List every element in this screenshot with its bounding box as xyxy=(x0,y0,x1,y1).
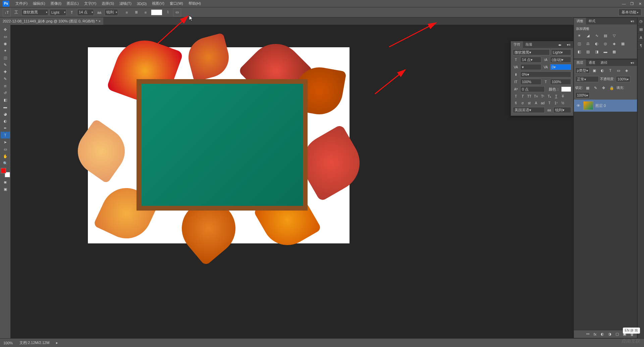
antialias-select[interactable]: 锐利▾ xyxy=(105,9,118,16)
document-tab[interactable]: 2022-12-08_111449_副本.png @ 100% (图层 0, R… xyxy=(0,17,103,25)
filter-pixel-icon[interactable]: ▣ xyxy=(591,67,598,73)
align-center-icon[interactable]: ≣ xyxy=(132,8,140,16)
zoom-tool[interactable]: 🔍 xyxy=(1,160,10,167)
lock-image-icon[interactable]: ✎ xyxy=(592,85,599,91)
small-caps[interactable]: Tᴛ xyxy=(533,94,539,99)
invert-icon[interactable]: ◧ xyxy=(576,49,583,55)
blur-tool[interactable]: ◕ xyxy=(1,111,10,117)
visibility-eye-icon[interactable]: 👁 xyxy=(575,104,581,108)
align-left-icon[interactable]: ≡ xyxy=(123,8,131,16)
tab-character[interactable]: 字符 xyxy=(511,41,523,48)
filter-type-icon[interactable]: T xyxy=(607,67,614,73)
pen-tool[interactable]: ✒ xyxy=(1,125,10,131)
layer-thumbnail[interactable] xyxy=(583,101,593,110)
opentype-st[interactable]: st xyxy=(526,100,532,106)
maximize-button[interactable]: ❐ xyxy=(628,0,636,7)
dock-char-icon[interactable]: A xyxy=(638,34,644,42)
font-family-select[interactable]: 微软雅黑▾ xyxy=(21,9,48,16)
dodge-tool[interactable]: ◐ xyxy=(1,118,10,124)
char-font-style[interactable]: Light▾ xyxy=(551,49,571,55)
colorbalance-icon[interactable]: ⚖ xyxy=(585,41,591,47)
char-hscale2[interactable]: 100% xyxy=(550,79,571,85)
char-font-size[interactable]: 14 点▾ xyxy=(520,57,541,63)
colorlookup-icon[interactable]: ▦ xyxy=(620,41,626,47)
char-hscale[interactable]: 100% xyxy=(520,79,541,85)
magic-wand-tool[interactable]: ✦ xyxy=(1,47,10,54)
brush-tool[interactable]: ✎ xyxy=(1,75,10,82)
layer-name[interactable]: 图层 0 xyxy=(595,103,606,108)
link-layers-icon[interactable]: ⚯ xyxy=(585,331,591,337)
menu-edit[interactable]: 编辑(E) xyxy=(30,1,48,6)
panel-menu-icon[interactable]: ▾≡ xyxy=(628,18,637,24)
menu-layer[interactable]: 图层(L) xyxy=(64,1,81,6)
filter-smart-icon[interactable]: ◈ xyxy=(623,67,630,73)
close-button[interactable]: ✕ xyxy=(636,0,644,7)
levels-icon[interactable]: ◢ xyxy=(585,33,591,39)
curves-icon[interactable]: ∿ xyxy=(593,33,600,39)
workspace-switcher[interactable]: 基本功能▾ xyxy=(619,9,641,16)
char-tracking[interactable]: 0▾ xyxy=(550,64,571,70)
tab-paragraph[interactable]: 段落 xyxy=(523,41,535,48)
opacity-input[interactable]: 100% ▾ xyxy=(616,76,630,82)
char-leading[interactable]: (自动)▾ xyxy=(550,57,571,63)
character-panel-toggle-icon[interactable]: ▭ xyxy=(173,8,181,16)
char-kerning[interactable]: ▾ xyxy=(520,64,541,70)
zoom-level[interactable]: 100% xyxy=(3,341,13,345)
color-swatches[interactable] xyxy=(1,168,10,177)
menu-3d[interactable]: 3D(D) xyxy=(134,2,149,6)
close-tab-icon[interactable]: × xyxy=(99,19,101,23)
healing-brush-tool[interactable]: ✚ xyxy=(1,68,10,75)
faux-bold[interactable]: T xyxy=(513,94,519,99)
menu-type[interactable]: 文字(Y) xyxy=(82,1,99,6)
font-style-select[interactable]: Light▾ xyxy=(50,9,66,16)
blend-mode-select[interactable]: 正常 ▾ xyxy=(575,76,599,82)
marquee-tool[interactable]: ▭ xyxy=(1,33,10,40)
layer-filter-kind[interactable]: ρ 类型 ▾ xyxy=(575,67,590,73)
lasso-tool[interactable]: ◉ xyxy=(1,40,10,47)
crop-tool[interactable]: ◫ xyxy=(1,54,10,61)
clone-stamp-tool[interactable]: ⧈ xyxy=(1,82,10,89)
layer-row[interactable]: 👁 图层 0 xyxy=(574,100,637,112)
quickmask-tool[interactable]: ◙ xyxy=(1,179,10,185)
align-right-icon[interactable]: ≡ xyxy=(142,8,150,16)
tool-preset-icon[interactable]: ↓T xyxy=(3,8,11,16)
all-caps[interactable]: TT xyxy=(526,94,532,99)
char-antialias[interactable]: 锐利▾ xyxy=(553,107,571,113)
faux-italic[interactable]: T xyxy=(520,94,526,99)
font-size-select[interactable]: 14 点▾ xyxy=(77,9,94,16)
tab-channels[interactable]: 通道 xyxy=(586,59,598,66)
char-font-family[interactable]: 微软雅黑▾ xyxy=(513,49,550,55)
opentype-half[interactable]: ½ xyxy=(560,100,566,106)
gradient-tool[interactable]: ▬ xyxy=(1,104,10,110)
panel-menu-icon[interactable]: ▾≡ xyxy=(628,59,637,66)
filter-shape-icon[interactable]: ▭ xyxy=(615,67,622,73)
collapse-panel-icon[interactable]: ◂▸ xyxy=(555,41,564,48)
menu-select[interactable]: 选择(S) xyxy=(99,1,117,6)
layer-mask-icon[interactable]: ◐ xyxy=(599,331,605,337)
brightness-icon[interactable]: ☀ xyxy=(576,33,583,39)
eyedropper-tool[interactable]: ✎ xyxy=(1,61,10,68)
dock-para-icon[interactable]: ¶ xyxy=(638,42,644,50)
lock-transparency-icon[interactable]: ▦ xyxy=(584,85,591,91)
opentype-fi[interactable]: fi xyxy=(513,100,519,106)
text-color-swatch[interactable] xyxy=(151,9,162,15)
posterize-icon[interactable]: ▨ xyxy=(585,49,591,55)
status-arrow-icon[interactable]: ▸ xyxy=(56,341,58,345)
strikethrough[interactable]: T xyxy=(560,94,566,99)
gradientmap-icon[interactable]: ▬ xyxy=(602,49,609,55)
tab-adjustments[interactable]: 调整 xyxy=(574,18,586,24)
text-orientation-icon[interactable]: 工 xyxy=(12,8,20,16)
foreground-color[interactable] xyxy=(1,168,6,173)
photofilter-icon[interactable]: ◎ xyxy=(602,41,609,47)
eraser-tool[interactable]: ◧ xyxy=(1,97,10,103)
vibrance-icon[interactable]: ▽ xyxy=(611,33,618,39)
opentype-A[interactable]: A xyxy=(533,100,539,106)
menu-help[interactable]: 帮助(H) xyxy=(186,1,204,6)
lock-all-icon[interactable]: 🔒 xyxy=(608,85,615,91)
superscript[interactable]: T¹ xyxy=(540,94,546,99)
opentype-T[interactable]: T xyxy=(546,100,552,106)
opentype-ad[interactable]: ad xyxy=(540,100,546,106)
fill-input[interactable]: 100% ▾ xyxy=(575,92,590,98)
warp-text-icon[interactable]: ⌇ xyxy=(164,8,172,16)
type-tool[interactable]: T xyxy=(1,132,10,138)
